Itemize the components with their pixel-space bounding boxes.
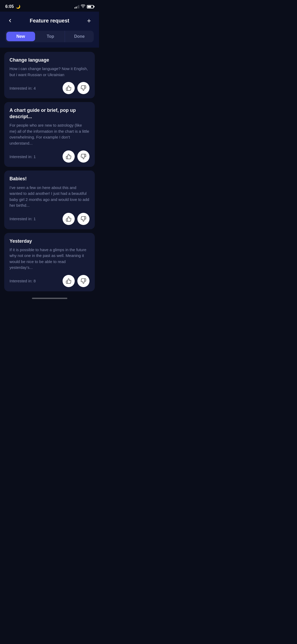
- header: Feature request +: [0, 12, 99, 31]
- cards-list: Change language How i can change languag…: [0, 48, 99, 291]
- card-change-language: Change language How i can change languag…: [4, 52, 95, 98]
- downvote-button[interactable]: [77, 82, 89, 94]
- thumbs-down-icon: [81, 154, 86, 159]
- battery-icon: [87, 5, 94, 8]
- card-title: A chart guide or brief, pop up descript.…: [10, 107, 89, 120]
- upvote-button[interactable]: [63, 213, 75, 225]
- interested-count: Interested in: 1: [10, 217, 36, 221]
- upvote-button[interactable]: [63, 275, 75, 287]
- downvote-button[interactable]: [77, 213, 89, 225]
- battery-fill: [88, 6, 91, 8]
- thumbs-up-icon: [66, 154, 72, 159]
- upvote-button[interactable]: [63, 150, 75, 163]
- signal-bar-4: [78, 5, 79, 8]
- thumbs-down-icon: [81, 85, 86, 91]
- vote-buttons: [63, 213, 89, 225]
- card-title: Babies!: [10, 176, 89, 182]
- vote-buttons: [63, 150, 89, 163]
- tab-bar: New Top Done: [0, 31, 99, 48]
- card-body: For people who are new to astrology (lik…: [10, 122, 89, 146]
- card-footer: Interested in: 8: [10, 275, 89, 287]
- card-yesterday: Yesterday If it is possible to have a gl…: [4, 233, 95, 291]
- moon-icon: 🌙: [16, 4, 20, 9]
- thumbs-up-icon: [66, 216, 72, 222]
- card-body: I've seen a few on here about this and w…: [10, 185, 89, 209]
- card-footer: Interested in: 4: [10, 82, 89, 94]
- status-icons: [74, 4, 94, 9]
- tab-done[interactable]: Done: [65, 31, 94, 42]
- card-footer: Interested in: 1: [10, 150, 89, 163]
- interested-count: Interested in: 8: [10, 279, 36, 283]
- status-bar: 6:05 🌙: [0, 0, 99, 12]
- card-footer: Interested in: 1: [10, 213, 89, 225]
- add-button[interactable]: +: [84, 16, 94, 25]
- tab-new[interactable]: New: [6, 32, 35, 41]
- back-chevron-icon: [7, 18, 13, 23]
- interested-count: Interested in: 4: [10, 86, 36, 90]
- home-indicator: [0, 296, 99, 300]
- vote-buttons: [63, 82, 89, 94]
- card-babies: Babies! I've seen a few on here about th…: [4, 171, 95, 229]
- back-button[interactable]: [5, 16, 15, 25]
- downvote-button[interactable]: [77, 150, 89, 163]
- upvote-button[interactable]: [63, 82, 75, 94]
- page-title: Feature request: [30, 18, 69, 24]
- card-body: How i can change language? Now it Englis…: [10, 66, 89, 78]
- tab-top[interactable]: Top: [36, 31, 65, 42]
- tab-selector: New Top Done: [5, 31, 94, 42]
- thumbs-down-icon: [81, 278, 86, 284]
- wifi-icon: [81, 4, 85, 9]
- card-chart-guide: A chart guide or brief, pop up descript.…: [4, 102, 95, 167]
- home-bar: [32, 298, 67, 299]
- card-title: Change language: [10, 57, 89, 63]
- interested-count: Interested in: 1: [10, 154, 36, 159]
- signal-bars-icon: [74, 5, 79, 8]
- thumbs-up-icon: [66, 85, 72, 91]
- thumbs-up-icon: [66, 278, 72, 284]
- signal-bar-1: [74, 7, 75, 8]
- status-time: 6:05 🌙: [5, 4, 20, 9]
- thumbs-down-icon: [81, 216, 86, 222]
- downvote-button[interactable]: [77, 275, 89, 287]
- vote-buttons: [63, 275, 89, 287]
- card-title: Yesterday: [10, 238, 89, 244]
- signal-bar-3: [77, 6, 78, 8]
- card-body: If it is possible to have a glimps in th…: [10, 247, 89, 271]
- signal-bar-2: [76, 7, 77, 8]
